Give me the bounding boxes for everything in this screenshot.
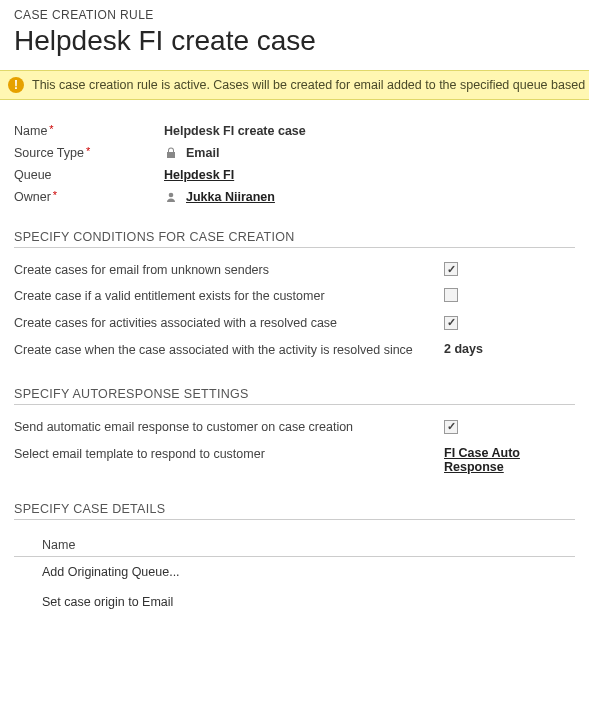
- unknown-senders-checkbox[interactable]: [444, 262, 458, 276]
- active-rule-alert: ! This case creation rule is active. Cas…: [0, 70, 589, 100]
- table-row[interactable]: Set case origin to Email: [14, 587, 575, 617]
- resolved-activities-label: Create cases for activities associated w…: [14, 315, 444, 332]
- source-type-label: Source Type*: [14, 146, 164, 160]
- table-row[interactable]: Add Originating Queue...: [14, 557, 575, 587]
- unknown-senders-label: Create cases for email from unknown send…: [14, 262, 444, 279]
- case-details-table: Name Add Originating Queue... Set case o…: [14, 534, 575, 617]
- email-template-label: Select email template to respond to cust…: [14, 446, 444, 463]
- entitlement-checkbox[interactable]: [444, 288, 458, 302]
- queue-label: Queue: [14, 168, 164, 182]
- section-autoresponse-heading: SPECIFY AUTORESPONSE SETTINGS: [14, 387, 575, 405]
- name-label: Name*: [14, 124, 164, 138]
- summary-block: Name* Helpdesk FI create case Source Typ…: [14, 124, 575, 204]
- resolved-activities-checkbox[interactable]: [444, 316, 458, 330]
- lock-icon: [164, 146, 178, 160]
- resolved-since-value[interactable]: 2 days: [444, 342, 575, 356]
- name-value[interactable]: Helpdesk FI create case: [164, 124, 306, 138]
- table-header-name[interactable]: Name: [14, 534, 575, 557]
- section-conditions-heading: SPECIFY CONDITIONS FOR CASE CREATION: [14, 230, 575, 248]
- user-icon: [164, 190, 178, 204]
- svg-point-0: [169, 192, 174, 197]
- page-title: Helpdesk FI create case: [14, 24, 575, 58]
- warning-icon: !: [8, 77, 24, 93]
- alert-text: This case creation rule is active. Cases…: [32, 78, 589, 92]
- section-details-heading: SPECIFY CASE DETAILS: [14, 502, 575, 520]
- resolved-since-label: Create case when the case associated wit…: [14, 342, 444, 359]
- owner-label: Owner*: [14, 190, 164, 204]
- entitlement-label: Create case if a valid entitlement exist…: [14, 288, 444, 305]
- email-template-link[interactable]: FI Case Auto Response: [444, 446, 520, 474]
- send-auto-label: Send automatic email response to custome…: [14, 419, 444, 436]
- source-type-value: Email: [164, 146, 219, 160]
- breadcrumb: CASE CREATION RULE: [14, 8, 575, 22]
- send-auto-checkbox[interactable]: [444, 420, 458, 434]
- queue-link[interactable]: Helpdesk FI: [164, 168, 234, 182]
- owner-link[interactable]: Jukka Niiranen: [186, 190, 275, 204]
